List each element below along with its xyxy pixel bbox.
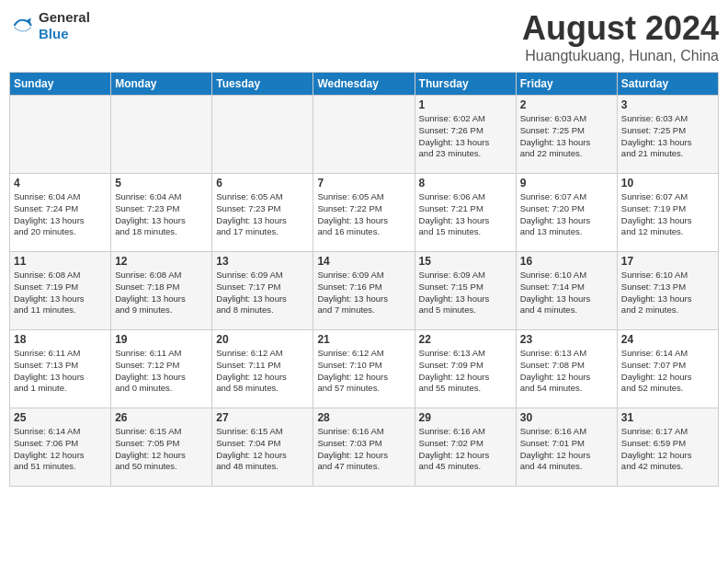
day-info: Sunrise: 6:16 AM Sunset: 7:01 PM Dayligh… <box>520 426 613 473</box>
calendar-table: SundayMondayTuesdayWednesdayThursdayFrid… <box>9 72 719 487</box>
calendar-cell: 24Sunrise: 6:14 AM Sunset: 7:07 PM Dayli… <box>617 330 718 408</box>
calendar-cell: 6Sunrise: 6:05 AM Sunset: 7:23 PM Daylig… <box>212 174 313 252</box>
day-info: Sunrise: 6:17 AM Sunset: 6:59 PM Dayligh… <box>621 426 714 473</box>
day-number: 28 <box>317 411 410 424</box>
day-number: 27 <box>216 411 309 424</box>
day-number: 20 <box>216 333 309 346</box>
day-number: 7 <box>317 177 410 190</box>
calendar-cell: 11Sunrise: 6:08 AM Sunset: 7:19 PM Dayli… <box>10 252 111 330</box>
calendar-cell: 2Sunrise: 6:03 AM Sunset: 7:25 PM Daylig… <box>516 96 617 174</box>
day-number: 6 <box>216 177 309 190</box>
calendar-cell: 3Sunrise: 6:03 AM Sunset: 7:25 PM Daylig… <box>617 96 718 174</box>
calendar-cell <box>212 96 313 174</box>
calendar-cell: 12Sunrise: 6:08 AM Sunset: 7:18 PM Dayli… <box>111 252 212 330</box>
weekday-header-row: SundayMondayTuesdayWednesdayThursdayFrid… <box>10 73 719 96</box>
day-info: Sunrise: 6:13 AM Sunset: 7:08 PM Dayligh… <box>520 348 613 395</box>
day-info: Sunrise: 6:09 AM Sunset: 7:16 PM Dayligh… <box>317 270 410 316</box>
day-number: 14 <box>317 255 410 268</box>
day-info: Sunrise: 6:11 AM Sunset: 7:13 PM Dayligh… <box>14 348 107 395</box>
day-info: Sunrise: 6:10 AM Sunset: 7:14 PM Dayligh… <box>520 270 613 316</box>
day-info: Sunrise: 6:02 AM Sunset: 7:26 PM Dayligh… <box>419 113 512 160</box>
day-info: Sunrise: 6:16 AM Sunset: 7:03 PM Dayligh… <box>317 426 410 473</box>
page-header: General Blue August 2024 Huangtukuang, H… <box>9 9 719 64</box>
calendar-cell: 29Sunrise: 6:16 AM Sunset: 7:02 PM Dayli… <box>415 408 516 487</box>
calendar-cell: 19Sunrise: 6:11 AM Sunset: 7:12 PM Dayli… <box>111 330 212 408</box>
day-number: 3 <box>621 98 714 111</box>
calendar-cell: 13Sunrise: 6:09 AM Sunset: 7:17 PM Dayli… <box>212 252 313 330</box>
calendar-cell: 7Sunrise: 6:05 AM Sunset: 7:22 PM Daylig… <box>313 174 415 252</box>
calendar-cell <box>111 96 212 174</box>
day-number: 30 <box>520 411 613 424</box>
day-info: Sunrise: 6:13 AM Sunset: 7:09 PM Dayligh… <box>419 348 512 395</box>
weekday-header-wednesday: Wednesday <box>313 73 415 96</box>
calendar-cell: 10Sunrise: 6:07 AM Sunset: 7:19 PM Dayli… <box>617 174 718 252</box>
calendar-cell: 4Sunrise: 6:04 AM Sunset: 7:24 PM Daylig… <box>10 174 111 252</box>
calendar-cell: 25Sunrise: 6:14 AM Sunset: 7:06 PM Dayli… <box>10 408 111 487</box>
day-info: Sunrise: 6:09 AM Sunset: 7:15 PM Dayligh… <box>419 270 512 316</box>
day-number: 19 <box>115 333 208 346</box>
calendar-week-row: 18Sunrise: 6:11 AM Sunset: 7:13 PM Dayli… <box>10 330 719 408</box>
calendar-cell: 31Sunrise: 6:17 AM Sunset: 6:59 PM Dayli… <box>617 408 718 487</box>
title-block: August 2024 Huangtukuang, Hunan, China <box>522 9 719 64</box>
day-info: Sunrise: 6:05 AM Sunset: 7:22 PM Dayligh… <box>317 191 410 238</box>
day-number: 23 <box>520 333 613 346</box>
calendar-cell: 20Sunrise: 6:12 AM Sunset: 7:11 PM Dayli… <box>212 330 313 408</box>
day-number: 26 <box>115 411 208 424</box>
logo-icon <box>9 13 35 39</box>
calendar-cell: 27Sunrise: 6:15 AM Sunset: 7:04 PM Dayli… <box>212 408 313 487</box>
day-info: Sunrise: 6:05 AM Sunset: 7:23 PM Dayligh… <box>216 191 309 238</box>
calendar-week-row: 1Sunrise: 6:02 AM Sunset: 7:26 PM Daylig… <box>10 96 719 174</box>
day-info: Sunrise: 6:09 AM Sunset: 7:17 PM Dayligh… <box>216 270 309 316</box>
weekday-header-friday: Friday <box>516 73 617 96</box>
weekday-header-monday: Monday <box>111 73 212 96</box>
day-info: Sunrise: 6:14 AM Sunset: 7:06 PM Dayligh… <box>14 426 107 473</box>
day-number: 8 <box>419 177 512 190</box>
weekday-header-sunday: Sunday <box>10 73 111 96</box>
day-number: 11 <box>14 255 107 268</box>
day-info: Sunrise: 6:16 AM Sunset: 7:02 PM Dayligh… <box>419 426 512 473</box>
logo: General Blue <box>9 9 90 42</box>
day-info: Sunrise: 6:08 AM Sunset: 7:18 PM Dayligh… <box>115 270 208 316</box>
calendar-cell: 22Sunrise: 6:13 AM Sunset: 7:09 PM Dayli… <box>415 330 516 408</box>
day-number: 31 <box>621 411 714 424</box>
calendar-cell: 23Sunrise: 6:13 AM Sunset: 7:08 PM Dayli… <box>516 330 617 408</box>
day-number: 1 <box>419 98 512 111</box>
day-info: Sunrise: 6:03 AM Sunset: 7:25 PM Dayligh… <box>621 113 714 160</box>
calendar-cell: 1Sunrise: 6:02 AM Sunset: 7:26 PM Daylig… <box>415 96 516 174</box>
calendar-cell: 26Sunrise: 6:15 AM Sunset: 7:05 PM Dayli… <box>111 408 212 487</box>
logo-text: General Blue <box>39 9 90 42</box>
calendar-cell: 9Sunrise: 6:07 AM Sunset: 7:20 PM Daylig… <box>516 174 617 252</box>
calendar-cell: 30Sunrise: 6:16 AM Sunset: 7:01 PM Dayli… <box>516 408 617 487</box>
day-number: 5 <box>115 177 208 190</box>
calendar-cell: 28Sunrise: 6:16 AM Sunset: 7:03 PM Dayli… <box>313 408 415 487</box>
day-info: Sunrise: 6:15 AM Sunset: 7:04 PM Dayligh… <box>216 426 309 473</box>
day-number: 15 <box>419 255 512 268</box>
day-info: Sunrise: 6:15 AM Sunset: 7:05 PM Dayligh… <box>115 426 208 473</box>
month-title: August 2024 <box>522 9 719 48</box>
day-info: Sunrise: 6:14 AM Sunset: 7:07 PM Dayligh… <box>621 348 714 395</box>
calendar-cell: 14Sunrise: 6:09 AM Sunset: 7:16 PM Dayli… <box>313 252 415 330</box>
calendar-cell <box>10 96 111 174</box>
day-number: 12 <box>115 255 208 268</box>
weekday-header-thursday: Thursday <box>415 73 516 96</box>
day-number: 10 <box>621 177 714 190</box>
day-number: 17 <box>621 255 714 268</box>
day-info: Sunrise: 6:10 AM Sunset: 7:13 PM Dayligh… <box>621 270 714 316</box>
day-info: Sunrise: 6:08 AM Sunset: 7:19 PM Dayligh… <box>14 270 107 316</box>
calendar-week-row: 4Sunrise: 6:04 AM Sunset: 7:24 PM Daylig… <box>10 174 719 252</box>
day-number: 9 <box>520 177 613 190</box>
calendar-cell: 18Sunrise: 6:11 AM Sunset: 7:13 PM Dayli… <box>10 330 111 408</box>
day-number: 22 <box>419 333 512 346</box>
day-number: 13 <box>216 255 309 268</box>
day-number: 2 <box>520 98 613 111</box>
weekday-header-saturday: Saturday <box>617 73 718 96</box>
day-info: Sunrise: 6:12 AM Sunset: 7:10 PM Dayligh… <box>317 348 410 395</box>
calendar-cell: 8Sunrise: 6:06 AM Sunset: 7:21 PM Daylig… <box>415 174 516 252</box>
calendar-cell: 5Sunrise: 6:04 AM Sunset: 7:23 PM Daylig… <box>111 174 212 252</box>
calendar-cell: 16Sunrise: 6:10 AM Sunset: 7:14 PM Dayli… <box>516 252 617 330</box>
day-number: 24 <box>621 333 714 346</box>
day-number: 16 <box>520 255 613 268</box>
calendar-week-row: 11Sunrise: 6:08 AM Sunset: 7:19 PM Dayli… <box>10 252 719 330</box>
calendar-cell <box>313 96 415 174</box>
day-number: 21 <box>317 333 410 346</box>
